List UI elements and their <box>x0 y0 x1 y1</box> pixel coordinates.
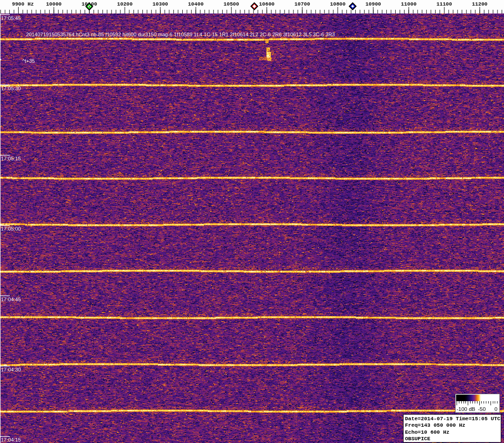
svg-text:10000: 10000 <box>46 1 62 7</box>
svg-text:10300: 10300 <box>153 1 168 7</box>
svg-text:10700: 10700 <box>294 1 310 7</box>
svg-text:10800: 10800 <box>330 1 346 7</box>
svg-text:10400: 10400 <box>188 1 204 7</box>
svg-text:10200: 10200 <box>117 1 133 7</box>
svg-text:10900: 10900 <box>365 1 381 7</box>
svg-text:9900 Hz: 9900 Hz <box>12 1 34 7</box>
svg-text:10600: 10600 <box>259 1 275 7</box>
svg-text:11000: 11000 <box>401 1 417 7</box>
svg-text:11100: 11100 <box>437 1 452 7</box>
svg-text:10500: 10500 <box>224 1 239 7</box>
svg-text:11200: 11200 <box>472 1 488 7</box>
